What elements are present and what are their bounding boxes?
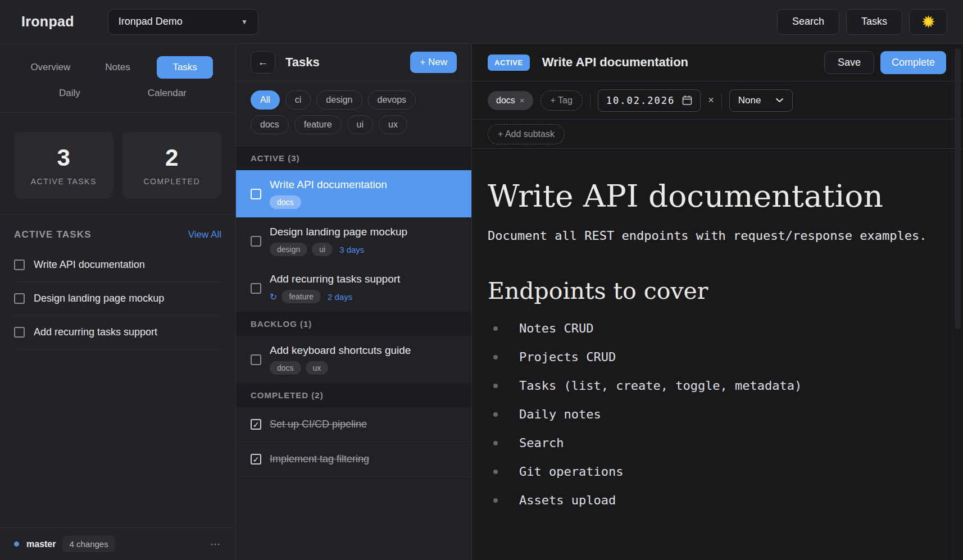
dropdown-arrow-icon: ▼ [241,18,248,26]
new-task-button[interactable]: + New [410,52,457,73]
checkbox[interactable] [251,283,261,294]
task-detail-panel: ACTIVE Write API documentation Save Comp… [472,44,963,560]
divider [590,93,590,108]
task-row[interactable]: Write API documentation docs [236,170,471,217]
project-selector-value: Ironpad Demo [119,16,183,28]
tasks-button[interactable]: Tasks [846,9,902,35]
checkbox[interactable] [251,236,261,247]
bullet-dot-icon [493,326,498,331]
tag-filters: All ci design devops docs feature ui ux [236,81,471,146]
list-item: Notes CRUD [488,321,929,335]
due-date-field[interactable]: 10.02.2026 [598,89,701,112]
chevron-down-icon [775,98,784,103]
back-arrow-icon: ← [258,56,269,69]
sidebar-tab-calendar[interactable]: Calendar [148,88,187,99]
filter-design[interactable]: design [316,90,362,110]
list-item: Tasks (list, create, toggle, metadata) [488,379,929,393]
sidebar-tab-overview[interactable]: Overview [17,62,84,73]
section-header-active: ACTIVE (3) [236,146,471,170]
list-item[interactable]: Write API documentation [14,248,221,282]
sidebar-tab-notes[interactable]: Notes [84,62,152,73]
top-bar: Ironpad Ironpad Demo ▼ Search Tasks [0,0,963,44]
sidebar-tab-daily[interactable]: Daily [59,88,80,99]
bullet-dot-icon [493,384,498,388]
ellipsis-icon[interactable]: ⋯ [210,538,221,550]
scrollbar-thumb[interactable] [955,48,961,329]
task-row[interactable]: Add recurring tasks support ↻ feature 2 … [236,265,471,312]
recurrence-select[interactable]: None [729,89,793,112]
filter-ui[interactable]: ui [347,115,373,134]
recurring-icon: ↻ [270,292,277,302]
stat-value: 2 [165,144,178,171]
task-row[interactable]: Add keyboard shortcuts guide docs ux [236,336,471,383]
back-button[interactable]: ← [251,51,275,74]
filter-devops[interactable]: devops [368,90,416,110]
document-heading: Endpoints to cover [488,277,929,304]
stat-card-completed: 2 COMPLETED [122,132,222,198]
document-title: Write API documentation [488,178,929,214]
filter-ux[interactable]: ux [379,115,407,134]
list-item: Assets upload [488,493,929,507]
save-button[interactable]: Save [824,51,874,74]
panel-title: Tasks [285,55,320,70]
git-status-bar: master 4 changes ⋯ [0,527,235,560]
sun-icon [921,15,935,29]
due-label: 2 days [328,292,352,302]
tag-badge: docs [270,361,301,375]
complete-button[interactable]: Complete [880,51,946,74]
bullet-dot-icon [493,470,498,474]
due-label: 3 days [339,245,364,254]
sidebar: Overview Notes Tasks Daily Calendar 3 AC… [0,44,236,560]
list-item: Search [488,436,929,450]
checkbox[interactable] [251,354,261,365]
bullet-dot-icon [493,355,498,359]
theme-toggle-button[interactable] [909,9,947,35]
section-header-completed: COMPLETED (2) [236,383,471,407]
filter-docs[interactable]: docs [251,115,289,134]
branch-dot-icon [14,541,19,547]
bullet-dot-icon [493,498,498,503]
tag-badge: design [270,243,307,256]
filter-feature[interactable]: feature [294,115,342,134]
task-detail-title: Write API documentation [542,55,688,70]
checkbox[interactable] [14,293,25,304]
filter-ci[interactable]: ci [285,90,311,110]
list-item: Projects CRUD [488,350,929,364]
checkbox-checked[interactable]: ✓ [251,454,261,465]
tag-chip-docs[interactable]: docs × [488,91,533,110]
check-icon: ✓ [253,455,260,464]
task-row[interactable]: ✓ Set up CI/CD pipeline [236,407,471,442]
stat-label: ACTIVE TASKS [31,177,97,186]
active-tasks-heading: ACTIVE TASKS [14,229,92,240]
branch-name: master [26,539,56,549]
scrollbar-track[interactable] [952,44,963,560]
list-item[interactable]: Add recurring tasks support [14,316,221,349]
list-item: Daily notes [488,407,929,421]
clear-date-icon[interactable]: × [708,94,714,106]
stat-card-active-tasks: 3 ACTIVE TASKS [14,132,113,198]
task-row[interactable]: Design landing page mockup design ui 3 d… [236,217,471,265]
sidebar-tab-tasks[interactable]: Tasks [157,56,213,79]
tag-badge: docs [270,195,301,209]
search-button[interactable]: Search [777,9,839,35]
remove-tag-icon[interactable]: × [520,95,525,105]
tag-badge: feature [281,290,321,303]
bullet-dot-icon [493,412,498,417]
task-row[interactable]: ✓ Implement tag filtering [236,442,471,477]
view-all-link[interactable]: View All [188,229,221,240]
app-logo: Ironpad [21,13,74,30]
checkbox[interactable] [251,189,261,199]
add-tag-button[interactable]: + Tag [540,90,583,111]
list-item[interactable]: Design landing page mockup [14,282,221,316]
add-subtask-button[interactable]: + Add subtask [488,124,565,144]
project-selector[interactable]: Ironpad Demo ▼ [108,9,258,35]
list-item: Git operations [488,465,929,479]
changes-badge: 4 changes [62,536,115,552]
checkbox-checked[interactable]: ✓ [251,419,261,430]
filter-all[interactable]: All [251,90,280,110]
document-preview[interactable]: Write API documentation Document all RES… [472,149,963,560]
checkbox[interactable] [14,259,25,270]
document-intro: Document all REST endpoints with request… [488,229,929,243]
checkbox[interactable] [14,327,25,338]
section-header-backlog: BACKLOG (1) [236,312,471,336]
